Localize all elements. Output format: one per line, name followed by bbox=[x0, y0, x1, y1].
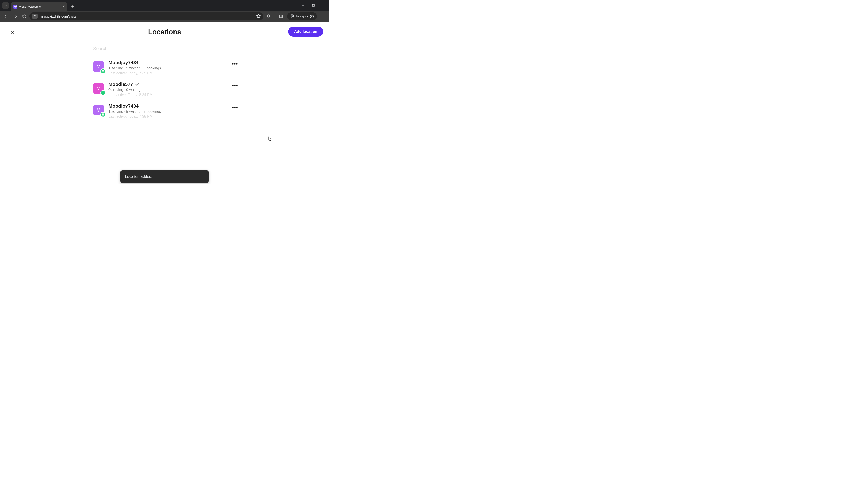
toast: Location added. bbox=[121, 170, 209, 183]
location-name-row: Moodjoy7434 bbox=[108, 103, 236, 109]
cursor-icon bbox=[268, 136, 272, 141]
location-list: M Moodjoy7434 1 serving · 5 waiting · 3 … bbox=[92, 57, 237, 122]
incognito-label: Incognito (2) bbox=[296, 14, 314, 18]
page-header: Locations Add location bbox=[0, 22, 329, 42]
svg-rect-1 bbox=[312, 4, 314, 6]
svg-rect-0 bbox=[302, 5, 305, 6]
favicon-icon bbox=[13, 4, 17, 8]
svg-point-9 bbox=[35, 17, 35, 17]
location-name-row: Moodie577 bbox=[108, 82, 236, 87]
location-text: Moodie577 0 serving · 0 waiting Last act… bbox=[108, 82, 236, 97]
browser-tab[interactable]: Visits | Waitwhile ✕ bbox=[11, 2, 67, 11]
sidepanel-icon[interactable] bbox=[277, 12, 285, 20]
location-stats: 1 serving · 5 waiting · 3 bookings bbox=[108, 66, 236, 70]
close-tab-icon[interactable]: ✕ bbox=[62, 4, 65, 8]
close-window-button[interactable] bbox=[319, 0, 329, 11]
location-last-active: Last active: Today, 7:35 PM bbox=[108, 115, 236, 119]
location-item[interactable]: M Moodie577 0 serving · 0 waiting Last a… bbox=[92, 78, 237, 100]
location-text: Moodjoy7434 1 serving · 5 waiting · 3 bo… bbox=[108, 103, 236, 119]
location-name: Moodie577 bbox=[108, 82, 133, 87]
browser-address-bar: new.waitwhile.com/visits Incognito (2) bbox=[0, 11, 329, 22]
location-stats: 0 serving · 0 waiting bbox=[108, 88, 236, 92]
forward-button[interactable] bbox=[11, 12, 19, 20]
location-name-row: Moodjoy7434 bbox=[108, 60, 236, 65]
url-field[interactable]: new.waitwhile.com/visits bbox=[29, 12, 264, 20]
svg-point-8 bbox=[34, 15, 35, 16]
url-text: new.waitwhile.com/visits bbox=[40, 14, 76, 18]
location-item[interactable]: M Moodjoy7434 1 serving · 5 waiting · 3 … bbox=[92, 100, 237, 122]
svg-point-16 bbox=[323, 17, 323, 18]
svg-rect-13 bbox=[291, 15, 294, 16]
avatar-wrap: M bbox=[93, 83, 104, 94]
location-name: Moodjoy7434 bbox=[108, 60, 138, 65]
incognito-icon bbox=[290, 14, 294, 19]
location-item[interactable]: M Moodjoy7434 1 serving · 5 waiting · 3 … bbox=[92, 57, 237, 78]
bookmark-star-icon[interactable] bbox=[256, 14, 260, 19]
window-controls bbox=[298, 0, 329, 11]
add-location-button[interactable]: Add location bbox=[288, 27, 323, 37]
svg-point-15 bbox=[323, 16, 323, 17]
location-stats: 1 serving · 5 waiting · 3 bookings bbox=[108, 109, 236, 113]
check-icon bbox=[135, 82, 139, 86]
toast-message: Location added. bbox=[125, 174, 152, 179]
avatar-wrap: M bbox=[93, 105, 104, 116]
back-button[interactable] bbox=[2, 12, 10, 20]
extensions-icon[interactable] bbox=[265, 12, 272, 20]
location-menu-button[interactable]: ••• bbox=[231, 103, 239, 111]
maximize-button[interactable] bbox=[308, 0, 319, 11]
search-row bbox=[92, 42, 237, 55]
location-last-active: Last active: Today, 7:35 PM bbox=[108, 71, 236, 75]
divider bbox=[275, 14, 275, 19]
new-tab-button[interactable]: + bbox=[69, 3, 76, 10]
svg-point-14 bbox=[323, 15, 323, 15]
minimize-button[interactable] bbox=[298, 0, 308, 11]
browser-titlebar: Visits | Waitwhile ✕ + bbox=[0, 0, 329, 11]
location-menu-button[interactable]: ••• bbox=[231, 82, 239, 90]
location-last-active: Last active: Today, 8:24 PM bbox=[108, 93, 236, 97]
status-badge bbox=[100, 68, 106, 74]
svg-rect-11 bbox=[279, 15, 283, 18]
reload-button[interactable] bbox=[20, 12, 28, 20]
page-title: Locations bbox=[148, 28, 181, 36]
search-tabs-button[interactable] bbox=[2, 2, 9, 9]
site-controls-icon[interactable] bbox=[32, 13, 37, 19]
avatar-wrap: M bbox=[93, 61, 104, 72]
tab-title: Visits | Waitwhile bbox=[19, 5, 41, 8]
browser-menu-icon[interactable] bbox=[319, 12, 327, 20]
location-text: Moodjoy7434 1 serving · 5 waiting · 3 bo… bbox=[108, 60, 236, 75]
status-badge bbox=[100, 112, 106, 117]
status-badge bbox=[100, 90, 106, 96]
location-menu-button[interactable]: ••• bbox=[231, 60, 239, 68]
page: Locations Add location M Moodjoy7434 1 s… bbox=[0, 22, 329, 184]
svg-marker-10 bbox=[256, 14, 260, 18]
location-name: Moodjoy7434 bbox=[108, 103, 138, 109]
close-page-button[interactable] bbox=[9, 29, 16, 36]
content: M Moodjoy7434 1 serving · 5 waiting · 3 … bbox=[92, 42, 237, 122]
incognito-indicator[interactable]: Incognito (2) bbox=[287, 12, 317, 20]
search-input[interactable] bbox=[92, 42, 237, 55]
